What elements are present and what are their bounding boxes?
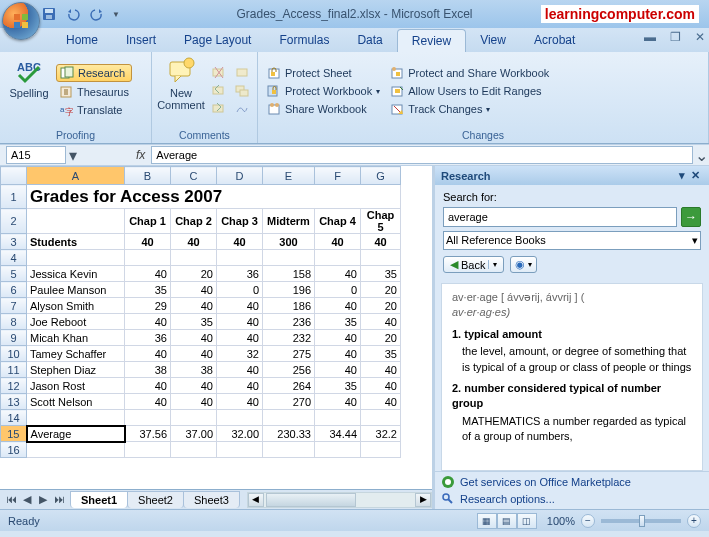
cell[interactable]: [263, 410, 315, 426]
protect-workbook-button[interactable]: Protect Workbook ▾: [264, 83, 383, 99]
cell[interactable]: 35: [361, 266, 401, 282]
show-ink-button[interactable]: [232, 101, 252, 117]
cell[interactable]: 40: [217, 330, 263, 346]
cell[interactable]: 275: [263, 346, 315, 362]
spreadsheet-grid[interactable]: ABCDEFG1Grades for Access 20072Chap 1Cha…: [0, 166, 432, 509]
cell[interactable]: [171, 442, 217, 458]
column-header[interactable]: D: [217, 167, 263, 185]
zoom-level[interactable]: 100%: [547, 515, 575, 527]
cell[interactable]: 300: [263, 234, 315, 250]
cell[interactable]: 40: [315, 346, 361, 362]
expand-formula-icon[interactable]: ⌄: [693, 146, 709, 165]
row-header[interactable]: 16: [1, 442, 27, 458]
normal-view-button[interactable]: ▦: [477, 513, 497, 529]
first-sheet-icon[interactable]: ⏮: [4, 493, 18, 506]
share-workbook-button[interactable]: Share Workbook: [264, 101, 383, 117]
column-header[interactable]: B: [125, 167, 171, 185]
cell[interactable]: Paulee Manson: [27, 282, 125, 298]
cell[interactable]: 32.00: [217, 426, 263, 442]
row-header[interactable]: 12: [1, 378, 27, 394]
cell[interactable]: 36: [125, 330, 171, 346]
tab-view[interactable]: View: [466, 29, 520, 52]
row-header[interactable]: 13: [1, 394, 27, 410]
cell[interactable]: 40: [171, 394, 217, 410]
cell[interactable]: 40: [217, 298, 263, 314]
thesaurus-button[interactable]: Thesaurus: [56, 84, 132, 100]
cell[interactable]: 40: [361, 378, 401, 394]
column-header[interactable]: F: [315, 167, 361, 185]
cell[interactable]: 40: [171, 282, 217, 298]
new-comment-button[interactable]: New Comment: [158, 55, 204, 127]
research-search-input[interactable]: [443, 207, 677, 227]
column-header[interactable]: E: [263, 167, 315, 185]
cell[interactable]: 40: [315, 234, 361, 250]
cell[interactable]: [125, 442, 171, 458]
row-header[interactable]: 8: [1, 314, 27, 330]
cell[interactable]: Chap 5: [361, 209, 401, 234]
qat-dropdown-icon[interactable]: ▼: [110, 3, 122, 25]
cell[interactable]: 35: [315, 314, 361, 330]
cell[interactable]: 0: [315, 282, 361, 298]
formula-input[interactable]: Average: [151, 146, 693, 164]
undo-icon[interactable]: [62, 3, 84, 25]
cell[interactable]: 40: [361, 362, 401, 378]
cell[interactable]: [263, 442, 315, 458]
cell[interactable]: 40: [171, 234, 217, 250]
cell[interactable]: Students: [27, 234, 125, 250]
cell[interactable]: 38: [171, 362, 217, 378]
row-header[interactable]: 15: [1, 426, 27, 442]
cell[interactable]: 0: [217, 282, 263, 298]
tab-review[interactable]: Review: [397, 29, 466, 52]
cell[interactable]: [27, 442, 125, 458]
cell[interactable]: [217, 442, 263, 458]
cell[interactable]: 36: [217, 266, 263, 282]
cell[interactable]: 270: [263, 394, 315, 410]
sheet-tab-sheet2[interactable]: Sheet2: [127, 491, 184, 508]
research-source-select[interactable]: All Reference Books▾: [443, 231, 701, 250]
go-button[interactable]: →: [681, 207, 701, 227]
allow-edit-ranges-button[interactable]: Allow Users to Edit Ranges: [387, 83, 552, 99]
cell[interactable]: [27, 250, 125, 266]
tab-home[interactable]: Home: [52, 29, 112, 52]
cell[interactable]: Jason Rost: [27, 378, 125, 394]
research-button[interactable]: Research: [56, 64, 132, 82]
cell[interactable]: 40: [125, 234, 171, 250]
cell[interactable]: Chap 4: [315, 209, 361, 234]
cell[interactable]: 232: [263, 330, 315, 346]
save-icon[interactable]: [38, 3, 60, 25]
cell[interactable]: Chap 2: [171, 209, 217, 234]
protect-sheet-button[interactable]: Protect Sheet: [264, 65, 383, 81]
cell[interactable]: 20: [361, 282, 401, 298]
cell[interactable]: [315, 442, 361, 458]
namebox-dropdown-icon[interactable]: ▾: [66, 146, 80, 165]
next-sheet-icon[interactable]: ▶: [36, 493, 50, 506]
row-header[interactable]: 4: [1, 250, 27, 266]
next-comment-button[interactable]: [208, 101, 228, 117]
back-button[interactable]: ◀ Back ▾: [443, 256, 504, 273]
cell[interactable]: [171, 250, 217, 266]
cell[interactable]: 40: [315, 266, 361, 282]
zoom-slider[interactable]: [601, 519, 681, 523]
cell[interactable]: 40: [315, 330, 361, 346]
cell[interactable]: [171, 410, 217, 426]
cell[interactable]: Jessica Kevin: [27, 266, 125, 282]
column-header[interactable]: A: [27, 167, 125, 185]
cell[interactable]: 32.2: [361, 426, 401, 442]
cell[interactable]: 40: [217, 394, 263, 410]
cell[interactable]: 37.00: [171, 426, 217, 442]
cell[interactable]: 40: [217, 314, 263, 330]
cell[interactable]: 40: [361, 394, 401, 410]
cell[interactable]: 40: [315, 362, 361, 378]
cell[interactable]: 20: [361, 298, 401, 314]
cell[interactable]: [315, 250, 361, 266]
cell[interactable]: Tamey Schaffer: [27, 346, 125, 362]
close-icon[interactable]: ✕: [695, 30, 705, 44]
cell[interactable]: Scott Nelson: [27, 394, 125, 410]
select-all-corner[interactable]: [1, 167, 27, 185]
cell[interactable]: 40: [125, 378, 171, 394]
cell[interactable]: 20: [171, 266, 217, 282]
cell[interactable]: [361, 410, 401, 426]
prev-comment-button[interactable]: [208, 83, 228, 99]
cell[interactable]: Grades for Access 2007: [27, 185, 401, 209]
row-header[interactable]: 10: [1, 346, 27, 362]
